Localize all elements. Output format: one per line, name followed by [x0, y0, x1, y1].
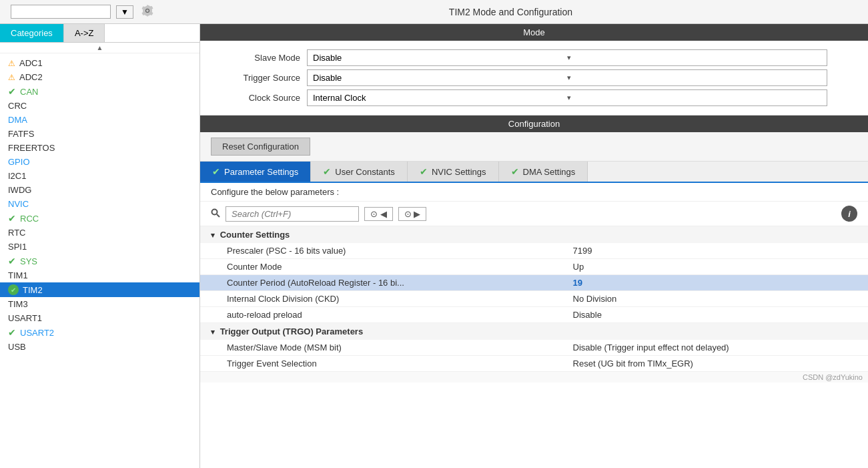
auto-reload-row[interactable]: auto-reload preload Disable: [200, 307, 868, 323]
sidebar-item-label: USB: [8, 342, 26, 352]
clock-source-value: Internal Clock: [313, 93, 567, 103]
settings-gear-button[interactable]: [141, 5, 153, 19]
sidebar-item-i2c1[interactable]: I2C1: [0, 169, 199, 183]
counter-period-row[interactable]: Counter Period (AutoReload Register - 16…: [200, 275, 868, 291]
sidebar-item-tim2[interactable]: ✔ TIM2: [0, 282, 199, 297]
tab-parameter-check-icon: ✔: [212, 166, 220, 177]
trigger-source-select[interactable]: Disable ▾: [307, 69, 827, 86]
prescaler-row[interactable]: Prescaler (PSC - 16 bits value) 7199: [200, 243, 868, 259]
config-section-header: Configuration: [200, 115, 868, 132]
search-dropdown-button[interactable]: ▼: [116, 5, 133, 19]
check-icon: ✔: [8, 256, 16, 266]
search-input[interactable]: [11, 5, 111, 19]
params-search-icon: [211, 208, 220, 220]
counter-mode-value: Up: [568, 259, 868, 275]
sidebar-item-gpio[interactable]: GPIO: [0, 155, 199, 169]
sidebar-item-label: RCC: [20, 214, 39, 224]
trigger-event-value: Reset (UG bit from TIMx_EGR): [568, 356, 868, 372]
sidebar-item-adc1[interactable]: ⚠ ADC1: [0, 56, 199, 70]
tab-atoz[interactable]: A->Z: [64, 24, 105, 42]
scroll-up-arrow[interactable]: ▲: [0, 43, 199, 53]
sidebar-item-sys[interactable]: ✔ SYS: [0, 254, 199, 268]
sidebar-item-label: USART1: [8, 313, 42, 323]
clock-source-label: Clock Source: [213, 93, 300, 103]
reset-configuration-button[interactable]: Reset Configuration: [211, 138, 310, 156]
sidebar-item-tim1[interactable]: TIM1: [0, 268, 199, 282]
sidebar-item-adc2[interactable]: ⚠ ADC2: [0, 70, 199, 84]
clock-source-row: Clock Source Internal Clock ▾: [213, 89, 855, 106]
info-button[interactable]: i: [841, 206, 857, 222]
sidebar-item-fatfs[interactable]: FATFS: [0, 127, 199, 141]
reset-bar: Reset Configuration: [200, 132, 868, 162]
top-bar: ▼ TIM2 Mode and Configuration: [0, 0, 868, 24]
params-info-bar: Configure the below parameters :: [200, 183, 868, 202]
master-slave-name: Master/Slave Mode (MSM bit): [200, 340, 568, 356]
window-title: TIM2 Mode and Configuration: [159, 7, 863, 17]
sidebar-item-usb[interactable]: USB: [0, 340, 199, 354]
sidebar-item-label: TIM2: [23, 285, 43, 295]
params-search-input[interactable]: [226, 206, 359, 222]
sidebar-item-label: SYS: [20, 256, 37, 266]
slave-mode-arrow-icon: ▾: [567, 53, 821, 62]
counter-mode-row[interactable]: Counter Mode Up: [200, 259, 868, 275]
counter-period-value: 19: [568, 275, 868, 291]
tab-parameter-settings[interactable]: ✔ Parameter Settings: [200, 162, 311, 182]
watermark: CSDN @zdYukino: [200, 372, 868, 383]
master-slave-value: Disable (Trigger input effect not delaye…: [568, 340, 868, 356]
prev-param-button[interactable]: ⊙ ◀: [364, 207, 393, 221]
sidebar-item-label: ADC2: [19, 72, 43, 82]
tab-dma-check-icon: ✔: [511, 166, 519, 177]
tab-user-label: User Constants: [335, 167, 395, 177]
tab-user-constants[interactable]: ✔ User Constants: [311, 162, 408, 182]
sidebar-item-nvic[interactable]: NVIC: [0, 197, 199, 211]
sidebar-item-rtc[interactable]: RTC: [0, 226, 199, 240]
next-param-button[interactable]: ⊙ ▶: [398, 207, 427, 221]
check-circle-icon: ✔: [8, 284, 19, 295]
auto-reload-value: Disable: [568, 307, 868, 323]
trigger-event-row[interactable]: Trigger Event Selection Reset (UG bit fr…: [200, 356, 868, 372]
check-icon: ✔: [8, 86, 16, 97]
svg-point-2: [212, 209, 218, 214]
sidebar-item-usart1[interactable]: USART1: [0, 311, 199, 325]
params-info-text: Configure the below parameters :: [211, 187, 339, 197]
trigger-source-arrow-icon: ▾: [567, 73, 821, 82]
sidebar-item-freertos[interactable]: FREERTOS: [0, 141, 199, 155]
mode-section-header: Mode: [200, 24, 868, 41]
sidebar-item-label: IWDG: [8, 185, 31, 195]
sidebar-item-iwdg[interactable]: IWDG: [0, 183, 199, 197]
tab-categories[interactable]: Categories: [0, 24, 64, 42]
sidebar-item-label: FREERTOS: [8, 143, 55, 153]
main-layout: Categories A->Z ▲ ⚠ ADC1 ⚠ ADC2 ✔ CAN CR…: [0, 24, 868, 468]
master-slave-row[interactable]: Master/Slave Mode (MSM bit) Disable (Tri…: [200, 340, 868, 356]
sidebar-item-dma[interactable]: DMA: [0, 113, 199, 127]
sidebar-item-spi1[interactable]: SPI1: [0, 240, 199, 254]
sidebar-item-usart2[interactable]: ✔ USART2: [0, 325, 199, 340]
tab-nvic-settings[interactable]: ✔ NVIC Settings: [408, 162, 499, 182]
clock-division-row[interactable]: Internal Clock Division (CKD) No Divisio…: [200, 291, 868, 307]
prescaler-value: 7199: [568, 243, 868, 259]
sidebar-item-rcc[interactable]: ✔ RCC: [0, 211, 199, 226]
svg-line-3: [217, 214, 220, 217]
sidebar-item-label: CRC: [8, 101, 27, 111]
sidebar: Categories A->Z ▲ ⚠ ADC1 ⚠ ADC2 ✔ CAN CR…: [0, 24, 200, 468]
param-table: ▾ Counter Settings Prescaler (PSC - 16 b…: [200, 226, 868, 372]
slave-mode-select[interactable]: Disable ▾: [307, 49, 827, 66]
trigger-output-label: Trigger Output (TRGO) Parameters: [220, 326, 364, 336]
clock-division-value: No Division: [568, 291, 868, 307]
sidebar-item-crc[interactable]: CRC: [0, 99, 199, 113]
slave-mode-value: Disable: [313, 53, 567, 63]
params-search-bar: ⊙ ◀ ⊙ ▶ i: [200, 202, 868, 226]
sidebar-item-label: ADC1: [19, 58, 43, 68]
tab-nvic-check-icon: ✔: [420, 166, 428, 177]
sidebar-item-label: I2C1: [8, 171, 26, 181]
clock-source-select[interactable]: Internal Clock ▾: [307, 89, 827, 106]
sidebar-item-tim3[interactable]: TIM3: [0, 297, 199, 311]
auto-reload-name: auto-reload preload: [200, 307, 568, 323]
sidebar-item-can[interactable]: ✔ CAN: [0, 84, 199, 99]
counter-settings-chevron-icon: ▾: [211, 231, 215, 239]
counter-mode-name: Counter Mode: [200, 259, 568, 275]
check-icon: ✔: [8, 213, 16, 224]
warn-icon: ⚠: [8, 73, 15, 82]
tab-dma-settings[interactable]: ✔ DMA Settings: [499, 162, 588, 182]
configuration-section: Configuration Reset Configuration ✔ Para…: [200, 115, 868, 468]
